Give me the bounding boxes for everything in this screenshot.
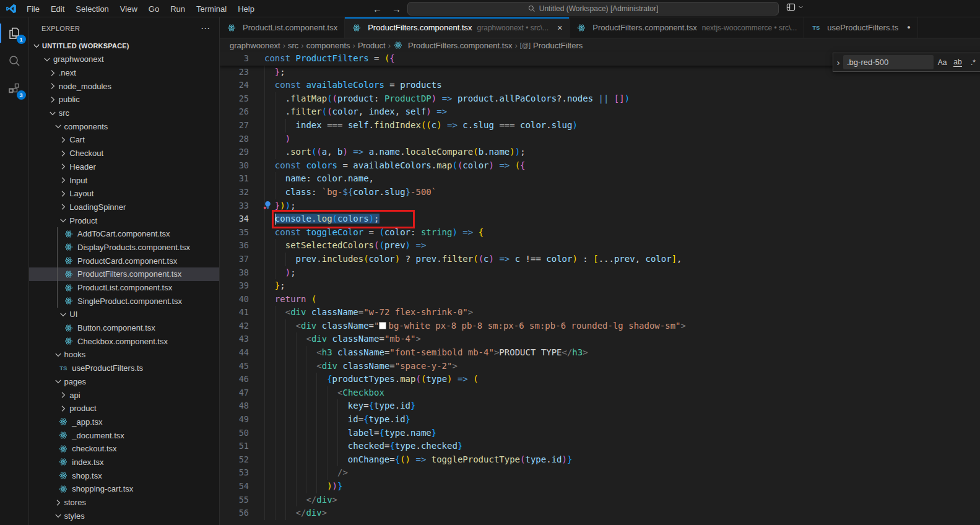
tree-item-pages[interactable]: pages	[29, 375, 219, 389]
menu-run[interactable]: Run	[165, 2, 191, 15]
menu-go[interactable]: Go	[143, 2, 165, 15]
tree-item-_app.tsx[interactable]: _app.tsx	[29, 415, 219, 429]
menu-help[interactable]: Help	[232, 2, 260, 15]
code-editor[interactable]: 3const ProductFilters = ({ 23 };24 const…	[220, 52, 980, 520]
tree-item-styles[interactable]: styles	[29, 509, 219, 523]
code-line-36[interactable]: 36 setSelectedColors((prev) =>	[220, 239, 980, 253]
breadcrumb-item-graphwoonext[interactable]: graphwoonext	[230, 41, 280, 50]
find-toggle-replace-icon[interactable]: ›	[833, 53, 843, 71]
tree-item-hooks[interactable]: hooks	[29, 348, 219, 362]
tree-item-_document.tsx[interactable]: _document.tsx	[29, 428, 219, 442]
activity-extensions[interactable]: 3	[0, 75, 29, 103]
code-line-30[interactable]: 30 const colors = availableColors.map((c…	[220, 159, 980, 173]
code-line-56[interactable]: 56 </div>	[220, 506, 980, 520]
code-line-46[interactable]: 46 {productTypes.map((type) => (	[220, 373, 980, 386]
menu-view[interactable]: View	[115, 2, 143, 15]
tree-item-Checkbox.component.tsx[interactable]: Checkbox.component.tsx	[29, 334, 219, 348]
tree-item-Button.component.tsx[interactable]: Button.component.tsx	[29, 321, 219, 335]
code-line-42[interactable]: 42 <div className="bg-white px-8 pb-8 sm…	[220, 319, 980, 333]
tree-item-Header[interactable]: Header	[29, 160, 219, 174]
menu-edit[interactable]: Edit	[45, 2, 70, 15]
tree-item-Product[interactable]: Product	[29, 214, 219, 227]
tree-item-SingleProduct.component.tsx[interactable]: SingleProduct.component.tsx	[29, 294, 219, 308]
code-line-51[interactable]: 51 checked={type.checked}	[220, 440, 980, 453]
tree-item-ProductCard.component.tsx[interactable]: ProductCard.component.tsx	[29, 254, 219, 267]
tree-item-src[interactable]: src	[29, 106, 219, 120]
lightbulb-icon[interactable]	[263, 201, 273, 210]
menu-selection[interactable]: Selection	[70, 2, 114, 15]
tree-item-stores[interactable]: stores	[29, 496, 219, 510]
layout-control[interactable]	[786, 2, 804, 12]
forward-icon[interactable]: →	[392, 4, 401, 14]
code-line-25[interactable]: 25 .flatMap((product: ProductDP) => prod…	[220, 92, 980, 106]
code-line-26[interactable]: 26 .filter((color, index, self) =>	[220, 105, 980, 119]
code-line-48[interactable]: 48 key={type.id}	[220, 399, 980, 413]
code-line-37[interactable]: 37 prev.includes(color) ? prev.filter((c…	[220, 253, 980, 266]
tab-useProductFilters.ts[interactable]: TSuseProductFilters.ts●	[804, 17, 917, 38]
menu-file[interactable]: File	[21, 2, 45, 15]
tree-item-graphwoonext[interactable]: graphwoonext	[29, 53, 219, 66]
tree-item-ProductList.component.tsx[interactable]: ProductList.component.tsx	[29, 281, 219, 295]
code-line-39[interactable]: 39 };	[220, 279, 980, 293]
tree-item-shopping-cart.tsx[interactable]: shopping-cart.tsx	[29, 482, 219, 496]
code-line-52[interactable]: 52 onChange={() => toggleProductType(typ…	[220, 453, 980, 467]
whole-word-button[interactable]: ab	[951, 56, 965, 69]
code-line-24[interactable]: 24 const availableColors = products	[220, 79, 980, 92]
breadcrumb-item-components[interactable]: components	[306, 41, 350, 50]
regex-button[interactable]: .*	[966, 56, 980, 69]
tree-item-useProductFilters.ts[interactable]: TSuseProductFilters.ts	[29, 362, 219, 375]
tree-item-UI[interactable]: UI	[29, 308, 219, 321]
code-line-28[interactable]: 28 )	[220, 132, 980, 146]
code-line-41[interactable]: 41 <div className="w-72 flex-shrink-0">	[220, 306, 980, 319]
code-line-33[interactable]: 33 }));	[220, 199, 980, 213]
tab-ProductList.component.tsx[interactable]: ProductList.component.tsx	[220, 17, 345, 38]
breadcrumb-item-ProductFilters.component.tsx[interactable]: ProductFilters.component.tsx	[393, 40, 512, 50]
code-line-50[interactable]: 50 label={type.name}	[220, 427, 980, 440]
tree-item-api[interactable]: api	[29, 388, 219, 402]
command-center[interactable]: Untitled (Workspace) [Administrator]	[407, 2, 779, 15]
tree-item-Layout[interactable]: Layout	[29, 187, 219, 201]
tree-item-index.tsx[interactable]: index.tsx	[29, 456, 219, 469]
code-line-47[interactable]: 47 <Checkbox	[220, 386, 980, 400]
tree-item-public[interactable]: public	[29, 93, 219, 106]
code-line-38[interactable]: 38 );	[220, 266, 980, 280]
tree-item-DisplayProducts.component.tsx[interactable]: DisplayProducts.component.tsx	[29, 241, 219, 254]
tree-item-node_modules[interactable]: node_modules	[29, 79, 219, 93]
tree-item-AddToCart.component.tsx[interactable]: AddToCart.component.tsx	[29, 227, 219, 241]
tab-ProductFilters.component.tsx[interactable]: ProductFilters.component.tsxnextjs-wooco…	[570, 17, 804, 38]
tab-ProductFilters.component.tsx[interactable]: ProductFilters.component.tsxgraphwoonext…	[345, 17, 570, 38]
breadcrumb-item-src[interactable]: src	[288, 41, 298, 50]
tree-item-Cart[interactable]: Cart	[29, 133, 219, 147]
code-line-43[interactable]: 43 <div className="mb-4">	[220, 332, 980, 346]
breadcrumb-item-Product[interactable]: Product	[358, 41, 386, 50]
tree-item-checkout.tsx[interactable]: checkout.tsx	[29, 442, 219, 456]
tree-item-components[interactable]: components	[29, 119, 219, 133]
code-line-31[interactable]: 31 name: color.name,	[220, 172, 980, 186]
menu-terminal[interactable]: Terminal	[191, 2, 232, 15]
tree-item-Checkout[interactable]: Checkout	[29, 147, 219, 160]
code-line-34[interactable]: 34 console.log(colors);	[220, 212, 980, 226]
tree-item-shop.tsx[interactable]: shop.tsx	[29, 469, 219, 482]
breadcrumb-item-ProductFilters[interactable]: [@]ProductFilters	[520, 41, 583, 50]
back-icon[interactable]: ←	[373, 4, 382, 14]
code-line-32[interactable]: 32 class: `bg-${color.slug}-500`	[220, 186, 980, 199]
tree-item-LoadingSpinner[interactable]: LoadingSpinner	[29, 201, 219, 214]
match-case-button[interactable]: Aa	[935, 56, 949, 69]
activity-explorer[interactable]: 1	[0, 19, 29, 47]
code-line-44[interactable]: 44 <h3 className="font-semibold mb-4">PR…	[220, 346, 980, 360]
code-line-35[interactable]: 35 const toggleColor = (color: string) =…	[220, 226, 980, 240]
explorer-actions-icon[interactable]: ⋯	[201, 23, 210, 34]
tree-item-ProductFilters.component.tsx[interactable]: ProductFilters.component.tsx	[29, 267, 219, 281]
tree-item-Input[interactable]: Input	[29, 173, 219, 187]
code-line-53[interactable]: 53 />	[220, 466, 980, 480]
code-line-40[interactable]: 40 return (	[220, 293, 980, 306]
tree-item-.next[interactable]: .next	[29, 66, 219, 80]
code-line-27[interactable]: 27 index === self.findIndex((c) => c.slu…	[220, 119, 980, 132]
find-input[interactable]: .bg-red-500	[843, 55, 934, 69]
workspace-section-header[interactable]: UNTITLED (WORKSPACE)	[29, 39, 219, 53]
code-line-54[interactable]: 54 ))}	[220, 480, 980, 493]
tree-item-product[interactable]: product	[29, 402, 219, 415]
code-line-49[interactable]: 49 id={type.id}	[220, 413, 980, 427]
code-line-29[interactable]: 29 .sort((a, b) => a.name.localeCompare(…	[220, 145, 980, 159]
close-icon[interactable]: ×	[557, 24, 562, 32]
